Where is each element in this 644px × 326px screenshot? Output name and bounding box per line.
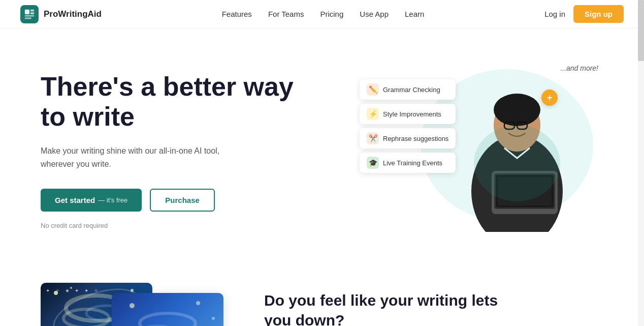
hero-illustration: ✏️ Grammar Checking ⚡ Style Improvements… [360, 59, 603, 242]
plus-badge: + [541, 90, 558, 106]
svg-rect-1 [30, 9, 34, 11]
blue-art-bg [112, 293, 223, 326]
svg-point-20 [131, 289, 134, 292]
feature-card-training: 🎓 Live Training Events [360, 153, 456, 173]
no-credit-card-text: No credit card required [41, 222, 305, 229]
rephrase-icon: ✂️ [367, 132, 379, 144]
section2-right: Do you feel like your writing lets you d… [264, 290, 508, 326]
style-icon: ⚡ [367, 108, 379, 120]
logo-icon [20, 5, 39, 23]
hero-section: There's a better way to write Make your … [0, 28, 644, 262]
svg-rect-0 [25, 9, 29, 14]
nav-use-app[interactable]: Use App [360, 10, 389, 18]
svg-point-19 [54, 291, 58, 295]
feature-card-grammar: ✏️ Grammar Checking [360, 79, 456, 100]
svg-point-15 [474, 125, 560, 201]
section2-title: Do you feel like your writing lets you d… [264, 290, 508, 326]
feature-card-rephrase: ✂️ Rephrase suggestions [360, 128, 456, 149]
login-button[interactable]: Log in [544, 10, 565, 18]
svg-rect-3 [25, 15, 34, 16]
feature-cards: ✏️ Grammar Checking ⚡ Style Improvements… [360, 79, 456, 173]
svg-point-30 [130, 303, 135, 308]
svg-point-31 [196, 301, 200, 305]
hero-person-image [451, 59, 583, 232]
navbar: ProWritingAid Features For Teams Pricing… [0, 0, 644, 28]
section2: My idea in my head Do you feel like your… [0, 262, 644, 326]
logo-area[interactable]: ProWritingAid [20, 5, 102, 23]
purchase-button[interactable]: Purchase [150, 189, 215, 212]
grammar-icon: ✏️ [367, 83, 379, 96]
get-started-button[interactable]: Get started — it's free [41, 189, 142, 212]
svg-point-7 [494, 94, 540, 126]
svg-point-28 [140, 313, 196, 326]
hero-title: There's a better way to write [41, 72, 305, 133]
nav-pricing[interactable]: Pricing [320, 10, 343, 18]
svg-rect-2 [30, 12, 34, 14]
nav-links: Features For Teams Pricing Use App Learn [222, 10, 425, 18]
hero-buttons: Get started — it's free Purchase [41, 189, 305, 212]
feature-card-style: ⚡ Style Improvements [360, 104, 456, 124]
scrollbar[interactable] [638, 0, 644, 326]
hero-subtitle: Make your writing shine with our all-in-… [41, 144, 254, 170]
scrollbar-thumb[interactable] [638, 0, 644, 61]
overlay-art-image: My idea in my head [112, 293, 223, 326]
blue-art-svg [112, 293, 223, 326]
svg-rect-4 [25, 17, 31, 19]
nav-learn[interactable]: Learn [405, 10, 424, 18]
training-icon: 🎓 [367, 157, 379, 169]
svg-point-32 [212, 317, 215, 320]
person-svg [456, 69, 578, 232]
more-label: ...and more! [560, 64, 598, 72]
signup-button[interactable]: Sign up [573, 5, 624, 23]
svg-point-21 [70, 287, 72, 289]
nav-actions: Log in Sign up [544, 5, 624, 23]
nav-features[interactable]: Features [222, 10, 252, 18]
nav-for-teams[interactable]: For Teams [268, 10, 304, 18]
brand-name: ProWritingAid [44, 9, 102, 19]
hero-left: There's a better way to write Make your … [41, 72, 305, 230]
section2-images: My idea in my head [41, 283, 234, 326]
